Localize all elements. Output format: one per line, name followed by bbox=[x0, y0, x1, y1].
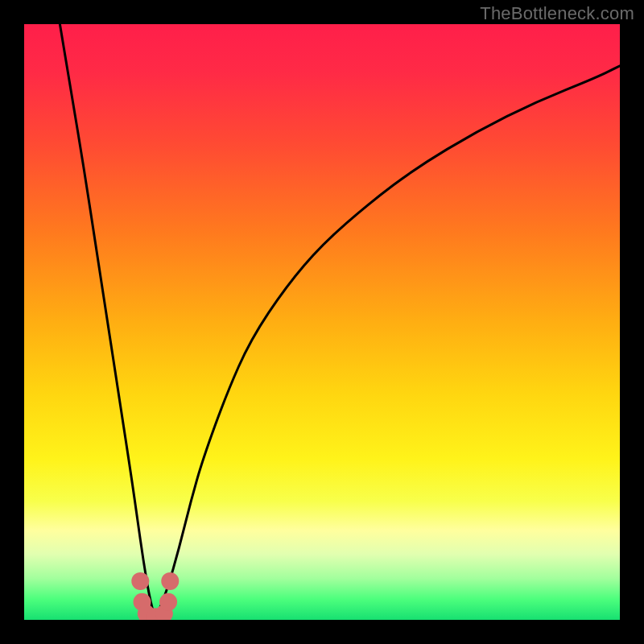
curve-right-branch bbox=[155, 66, 620, 620]
chart-plot-area bbox=[24, 24, 620, 620]
curve-left-branch bbox=[60, 24, 155, 620]
watermark-text: TheBottleneck.com bbox=[480, 3, 634, 24]
bottleneck-marker-cluster bbox=[131, 572, 179, 620]
marker-dot bbox=[161, 572, 179, 590]
marker-dot bbox=[131, 572, 149, 590]
marker-dot bbox=[159, 593, 177, 611]
chart-curves bbox=[24, 24, 620, 620]
